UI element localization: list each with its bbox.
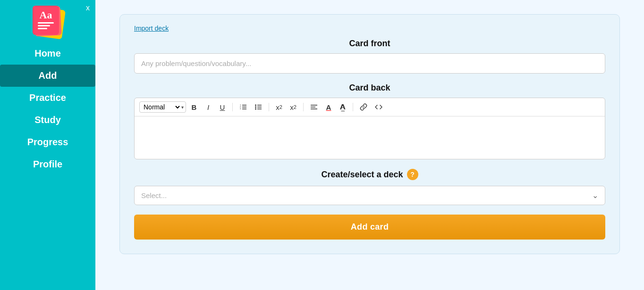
svg-point-8 [255,108,256,110]
logo-lines [38,22,54,31]
superscript-button[interactable]: x2 [273,101,285,113]
deck-select[interactable]: Select... ⌄ [134,186,605,205]
underline-button[interactable]: U [216,101,229,113]
code-icon [375,103,382,111]
sidebar: x Aa Home Add Practice Study Progress Pr… [0,0,95,290]
highlight-button[interactable]: A̲ [337,101,349,113]
italic-button[interactable]: I [202,101,214,113]
subscript-button[interactable]: x2 [287,101,299,113]
link-icon [360,103,367,111]
logo-text: Aa [40,10,52,20]
sidebar-item-home[interactable]: Home [0,42,95,65]
bullet-list-button[interactable] [252,101,265,113]
card-back-body[interactable] [135,116,605,159]
sidebar-item-profile[interactable]: Profile [0,153,95,175]
svg-point-6 [255,105,256,106]
add-card-button[interactable]: Add card [134,215,605,240]
deck-chevron-icon: ⌄ [592,191,598,200]
toolbar-divider-3 [303,103,304,111]
card-form: Import deck Card front Card back Normal … [119,14,620,254]
deck-select-placeholder: Select... [141,191,592,199]
toolbar-divider-1 [232,103,233,111]
import-deck-link[interactable]: Import deck [134,25,169,32]
sidebar-item-progress[interactable]: Progress [0,131,95,153]
sidebar-item-study[interactable]: Study [0,109,95,131]
app-logo: Aa [29,5,67,42]
select-arrow-icon: ▾ [181,105,184,110]
toolbar-divider-4 [353,103,353,111]
deck-section: Create/select a deck ? [134,169,605,180]
highlight-icon: A̲ [340,103,346,111]
bullet-list-icon [254,103,262,111]
svg-text:3: 3 [240,108,241,110]
logo-line-3 [38,28,47,29]
ordered-list-button[interactable]: 1 2 3 [237,101,250,113]
card-front-input[interactable] [134,53,605,74]
format-select-wrapper[interactable]: Normal Heading 1 Heading 2 Heading 3 ▾ [139,101,186,113]
code-button[interactable] [372,101,385,113]
editor-toolbar: Normal Heading 1 Heading 2 Heading 3 ▾ B… [135,98,605,116]
align-button[interactable] [307,101,321,113]
deck-label: Create/select a deck [321,170,403,180]
deck-help-icon[interactable]: ? [407,169,418,180]
font-color-icon: A [326,103,331,111]
font-color-button[interactable]: A [322,101,335,113]
sidebar-item-add[interactable]: Add [0,65,95,87]
sidebar-item-practice[interactable]: Practice [0,87,95,109]
bold-button[interactable]: B [188,101,200,113]
ordered-list-icon: 1 2 3 [239,103,247,111]
logo-line-1 [38,22,54,24]
svg-point-7 [255,107,256,108]
logo-line-2 [38,25,50,26]
card-front-label: Card front [134,39,605,49]
align-icon [310,103,318,111]
card-back-editor: Normal Heading 1 Heading 2 Heading 3 ▾ B… [134,98,605,159]
close-button[interactable]: x [86,4,90,12]
link-button[interactable] [357,101,370,113]
toolbar-divider-2 [269,103,269,111]
format-select[interactable]: Normal Heading 1 Heading 2 Heading 3 [142,103,181,111]
main-content: Import deck Card front Card back Normal … [95,0,644,290]
card-back-label: Card back [134,83,605,93]
logo-card-front: Aa [33,6,59,35]
